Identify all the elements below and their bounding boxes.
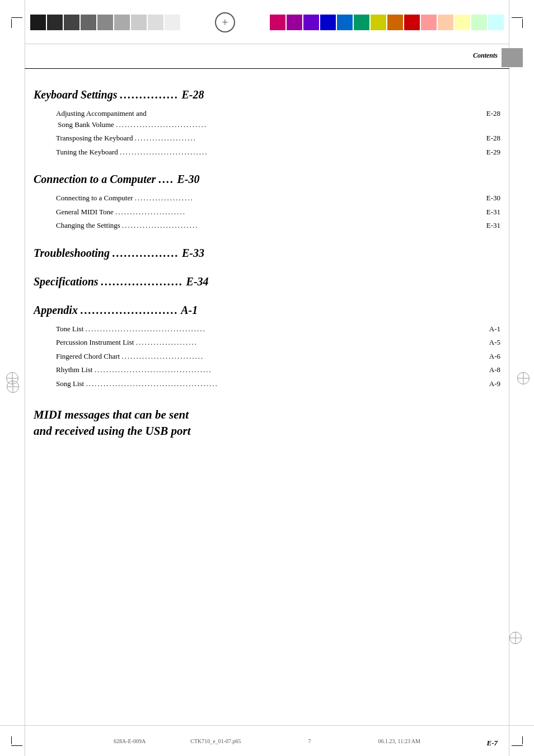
connection-heading: Connection to a Computer .... E-30 bbox=[34, 173, 500, 186]
contents-label: Contents bbox=[473, 51, 498, 60]
right-crosshair bbox=[509, 632, 522, 644]
color-bar-right bbox=[270, 15, 504, 30]
toc-entry-accompaniment: Adjusting Accompaniment and Song Bank Vo… bbox=[56, 108, 500, 130]
appendix-heading: Appendix ......................... A-1 bbox=[34, 304, 500, 317]
toc-entry-transposing: Transposing the Keyboard ...............… bbox=[56, 133, 500, 144]
troubleshooting-section: Troubleshooting ................. E-33 bbox=[34, 247, 500, 260]
footer-page-num: 7 bbox=[308, 738, 311, 744]
toc-entry-tone-list: Tone List ..............................… bbox=[56, 323, 500, 335]
contents-tab bbox=[502, 48, 523, 67]
main-content: Keyboard Settings ............... E-28 A… bbox=[34, 73, 500, 711]
bottom-right-corner bbox=[512, 736, 523, 746]
keyboard-settings-heading: Keyboard Settings ............... E-28 bbox=[34, 88, 500, 101]
specifications-section: Specifications ..................... E-3… bbox=[34, 275, 500, 288]
keyboard-settings-section: Keyboard Settings ............... E-28 A… bbox=[34, 88, 500, 157]
contents-area: Contents bbox=[473, 51, 498, 60]
toc-entry-connecting: Connecting to a Computer ...............… bbox=[56, 192, 500, 204]
top-rule bbox=[25, 44, 509, 44]
troubleshooting-heading: Troubleshooting ................. E-33 bbox=[34, 247, 500, 260]
toc-entry-rhythm-list: Rhythm List ............................… bbox=[56, 364, 500, 375]
toc-entry-percussion: Percussion Instrument List .............… bbox=[56, 337, 500, 348]
top-bar bbox=[0, 0, 534, 45]
bottom-bar: 628A-E-009A CTK710_e_01-07.p65 7 06.1.23… bbox=[0, 725, 534, 756]
specifications-heading: Specifications ..................... E-3… bbox=[34, 275, 500, 288]
toc-entry-changing-settings: Changing the Settings ..................… bbox=[56, 220, 500, 231]
bottom-left-corner bbox=[11, 736, 22, 746]
right-registration-mark bbox=[517, 372, 530, 384]
toc-entry-tuning: Tuning the Keyboard ....................… bbox=[56, 147, 500, 158]
contents-rule bbox=[25, 68, 509, 69]
appendix-section: Appendix ......................... A-1 T… bbox=[34, 304, 500, 389]
toc-entry-general-midi: General MIDI Tone ......................… bbox=[56, 206, 500, 218]
color-bar-left bbox=[30, 15, 180, 30]
footer-doc-id: 628A-E-009A bbox=[114, 738, 146, 744]
midi-heading-line1: MIDI messages that can be sent bbox=[34, 407, 500, 423]
footer-filename: CTK710_e_01-07.p65 bbox=[190, 738, 241, 744]
toc-entry-fingered-chord: Fingered Chord Chart ...................… bbox=[56, 351, 500, 362]
left-vertical-rule bbox=[25, 0, 25, 756]
toc-entry-song-list: Song List ..............................… bbox=[56, 378, 500, 389]
midi-heading: MIDI messages that can be sent and recei… bbox=[34, 407, 500, 440]
midi-heading-line2: and received using the USB port bbox=[34, 423, 500, 439]
left-crosshair-mid bbox=[7, 381, 19, 393]
center-target bbox=[215, 12, 235, 32]
connection-section: Connection to a Computer .... E-30 Conne… bbox=[34, 173, 500, 231]
bottom-footer: 628A-E-009A CTK710_e_01-07.p65 7 06.1.23… bbox=[114, 738, 420, 744]
footer-date: 06.1.23, 11:23 AM bbox=[378, 738, 420, 744]
